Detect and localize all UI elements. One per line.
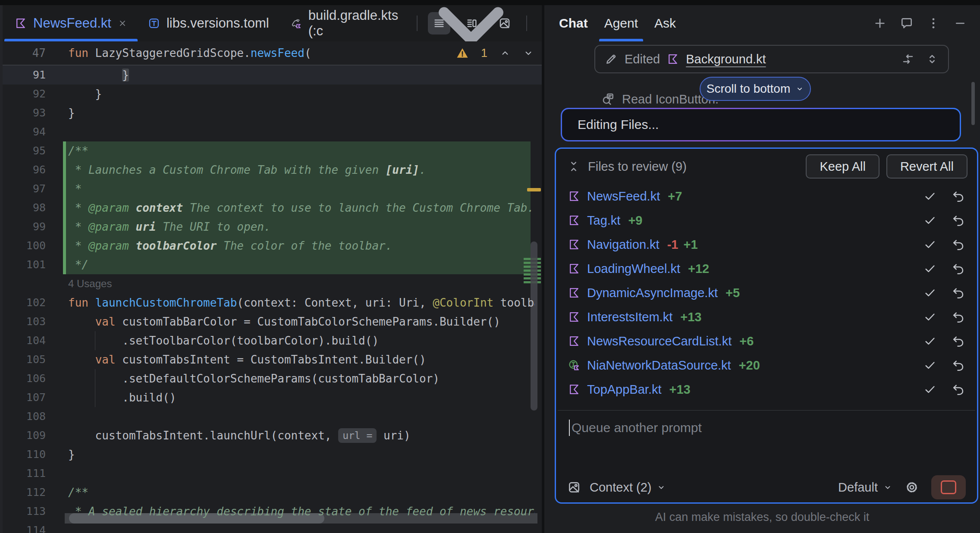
diff-stats: +5 (726, 286, 740, 300)
file-link[interactable]: LoadingWheel.kt (587, 262, 680, 276)
plus-icon[interactable] (873, 16, 887, 30)
revert-file-icon[interactable] (952, 335, 965, 348)
line-number: 109 (3, 426, 46, 445)
gear-icon[interactable] (905, 480, 919, 495)
file-review-row: Tag.kt+9 (556, 208, 977, 232)
usages-label[interactable]: 4 Usages (68, 274, 112, 293)
ai-assistant-panel: ChatAgentAsk Edited Background.kt Read I… (544, 5, 980, 533)
revert-file-icon[interactable] (952, 310, 965, 323)
file-link[interactable]: Tag.kt (587, 213, 620, 228)
file-link[interactable]: NiaNetworkDataSource.kt (587, 358, 731, 373)
keep-file-icon[interactable] (923, 359, 936, 372)
files-to-review-list: NewsFeed.kt+7Tag.kt+9Navigation.kt-1+1Lo… (556, 184, 977, 401)
revert-file-icon[interactable] (952, 190, 965, 203)
file-link[interactable]: DynamicAsyncImage.kt (587, 286, 718, 300)
sticky-code-text: fun LazyStaggeredGridScope.newsFeed( (68, 47, 311, 60)
file-link[interactable]: NewsFeed.kt (587, 189, 660, 204)
keep-file-icon[interactable] (923, 310, 936, 323)
warning-count: 1 (481, 47, 487, 60)
diff-stats: +9 (628, 213, 642, 228)
line-number: 104 (3, 331, 46, 350)
prev-problem-icon[interactable] (499, 47, 511, 59)
keep-file-icon[interactable] (923, 238, 936, 251)
keep-file-icon[interactable] (923, 383, 936, 396)
revert-file-icon[interactable] (952, 262, 965, 275)
file-link[interactable]: NewsResourceCardList.kt (587, 334, 732, 348)
usages-hint: 4 Usages (3, 274, 542, 293)
revert-file-icon[interactable] (952, 214, 965, 227)
editor-tab-build[interactable]: build.gradle.kts (:c (280, 5, 417, 41)
keep-file-icon[interactable] (923, 286, 936, 299)
revert-all-button[interactable]: Revert All (886, 154, 967, 179)
tab-label: Agent (604, 16, 638, 31)
kebab-icon[interactable] (927, 16, 940, 30)
line-number: 95 (3, 141, 46, 160)
chat-scrollbar[interactable] (971, 82, 975, 125)
kotlin-icon (568, 311, 580, 323)
file-row-actions (923, 286, 965, 299)
kotlin-icon (15, 17, 27, 29)
stop-icon (941, 480, 956, 494)
file-row-actions (923, 214, 965, 227)
assistant-tab-agent[interactable]: Agent (598, 5, 644, 41)
stop-button[interactable] (931, 475, 966, 499)
expand-icon[interactable] (926, 53, 939, 66)
keep-file-icon[interactable] (923, 262, 936, 275)
diff-stats: +20 (739, 358, 760, 373)
revert-file-icon[interactable] (952, 238, 965, 251)
context-dropdown[interactable]: Context (2) (590, 480, 651, 495)
chevron-down-icon[interactable] (656, 483, 666, 492)
editor-menu-button[interactable] (537, 12, 542, 34)
kotlin-icon (568, 238, 580, 251)
revert-file-icon[interactable] (952, 383, 965, 396)
code-line: 103 val customTabBarColor = CustomTabCol… (3, 312, 542, 331)
attach-image-icon[interactable] (567, 480, 581, 494)
editor-tab-libs[interactable]: libs.versions.toml (138, 5, 280, 41)
warning-icon[interactable] (456, 47, 469, 60)
keep-all-button[interactable]: Keep All (806, 154, 879, 179)
scroll-to-bottom-button[interactable]: Scroll to bottom (700, 77, 811, 101)
line-number: 114 (3, 521, 46, 533)
kotlin-icon (568, 383, 580, 395)
file-link[interactable]: TopAppBar.kt (587, 383, 662, 397)
revert-file-icon[interactable] (952, 359, 965, 372)
editor-tab-newsfeed[interactable]: NewsFeed.kt (4, 5, 138, 41)
minus-icon[interactable] (953, 16, 967, 30)
line-number: 112 (3, 483, 46, 502)
file-link[interactable]: InterestsItem.kt (587, 310, 672, 324)
line-number: 47 (3, 47, 46, 60)
assistant-tab-ask[interactable]: Ask (648, 5, 682, 41)
line-number: 110 (3, 445, 46, 464)
comment-icon[interactable] (900, 16, 914, 30)
prompt-input[interactable]: Queue another prompt (569, 420, 702, 436)
keep-file-icon[interactable] (923, 335, 936, 348)
file-link[interactable]: Navigation.kt (587, 238, 660, 252)
file-review-row: InterestsItem.kt+13 (556, 305, 977, 329)
file-review-row: NewsResourceCardList.kt+6 (556, 329, 977, 353)
assistant-tab-chat[interactable]: Chat (553, 5, 594, 41)
keep-file-icon[interactable] (923, 190, 936, 203)
keep-file-icon[interactable] (923, 214, 936, 227)
line-number: 99 (3, 217, 46, 236)
scroll-to-bottom-label: Scroll to bottom (707, 82, 791, 96)
next-problem-icon[interactable] (523, 47, 534, 59)
open-diff-icon[interactable] (901, 53, 914, 66)
edited-file-card[interactable]: Edited Background.kt (594, 45, 949, 73)
file-review-row: LoadingWheel.kt+12 (556, 257, 977, 281)
edited-status-label: Edited (625, 52, 660, 66)
close-icon[interactable] (118, 19, 127, 28)
files-panel-header: Files to review (9) Keep All Revert All (567, 154, 967, 179)
edited-file-link[interactable]: Background.kt (686, 52, 766, 66)
code-line: 104 .setToolbarColor(toolbarColor).build… (3, 331, 542, 350)
kotlin-icon (568, 263, 580, 275)
code-editor[interactable]: 91 }92 }93}9495/**96 * Launches a Custom… (3, 66, 542, 533)
model-dropdown[interactable]: Default (838, 480, 878, 495)
editor-tab-bar: NewsFeed.ktlibs.versions.tomlbuild.gradl… (3, 5, 542, 41)
file-review-row: TopAppBar.kt+13 (556, 377, 977, 401)
chevron-down-icon[interactable] (883, 483, 892, 492)
revert-file-icon[interactable] (952, 286, 965, 299)
file-review-row: Navigation.kt-1+1 (556, 232, 977, 257)
collapse-icon[interactable] (567, 160, 580, 173)
files-panel-title: Files to review (9) (588, 160, 687, 174)
keep-all-label: Keep All (820, 160, 865, 174)
